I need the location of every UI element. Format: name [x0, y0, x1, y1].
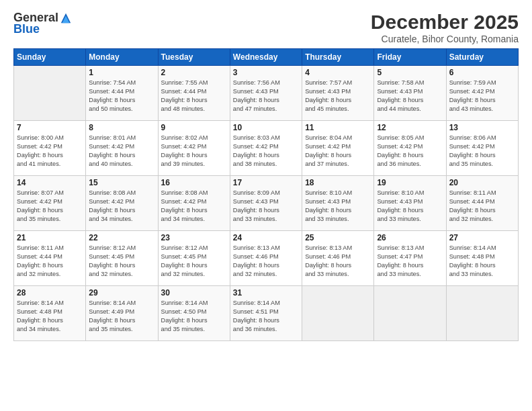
- calendar-day-21: 21Sunrise: 8:11 AMSunset: 4:44 PMDayligh…: [14, 231, 86, 286]
- day-number: 17: [233, 178, 299, 187]
- day-info: Sunrise: 8:08 AMSunset: 4:42 PMDaylight:…: [89, 189, 154, 224]
- day-info: Sunrise: 8:11 AMSunset: 4:44 PMDaylight:…: [17, 244, 83, 279]
- day-number: 7: [17, 123, 83, 132]
- calendar-day-19: 19Sunrise: 8:10 AMSunset: 4:43 PMDayligh…: [374, 176, 446, 231]
- empty-cell: [446, 286, 518, 341]
- day-number: 12: [377, 123, 443, 132]
- day-header-monday: Monday: [86, 49, 158, 66]
- empty-cell: [14, 66, 86, 121]
- day-number: 3: [233, 68, 299, 77]
- day-info: Sunrise: 7:58 AMSunset: 4:43 PMDaylight:…: [377, 79, 443, 113]
- subtitle: Curatele, Bihor County, Romania: [371, 34, 519, 44]
- logo-blue: Blue: [13, 22, 40, 36]
- day-info: Sunrise: 8:13 AMSunset: 4:46 PMDaylight:…: [305, 244, 371, 279]
- day-number: 6: [449, 68, 515, 77]
- day-number: 25: [305, 233, 371, 242]
- day-info: Sunrise: 8:00 AMSunset: 4:42 PMDaylight:…: [17, 134, 83, 169]
- calendar-day-28: 28Sunrise: 8:14 AMSunset: 4:48 PMDayligh…: [14, 286, 86, 341]
- calendar-day-2: 2Sunrise: 7:55 AMSunset: 4:44 PMDaylight…: [158, 66, 230, 121]
- day-number: 2: [161, 68, 227, 77]
- day-info: Sunrise: 8:10 AMSunset: 4:43 PMDaylight:…: [305, 189, 371, 224]
- day-number: 27: [449, 233, 515, 242]
- day-number: 23: [161, 233, 227, 242]
- calendar-week-row: 7Sunrise: 8:00 AMSunset: 4:42 PMDaylight…: [14, 121, 519, 176]
- day-number: 8: [89, 123, 154, 132]
- calendar-day-29: 29Sunrise: 8:14 AMSunset: 4:49 PMDayligh…: [86, 286, 158, 341]
- day-number: 21: [17, 233, 83, 242]
- calendar-day-10: 10Sunrise: 8:03 AMSunset: 4:42 PMDayligh…: [230, 121, 302, 176]
- header: General Blue December 2025 Curatele, Bih…: [13, 11, 519, 44]
- calendar-day-5: 5Sunrise: 7:58 AMSunset: 4:43 PMDaylight…: [374, 66, 446, 121]
- day-number: 20: [449, 178, 515, 187]
- title-block: December 2025 Curatele, Bihor County, Ro…: [371, 11, 519, 44]
- calendar-day-22: 22Sunrise: 8:12 AMSunset: 4:45 PMDayligh…: [86, 231, 158, 286]
- day-info: Sunrise: 8:04 AMSunset: 4:42 PMDaylight:…: [305, 134, 371, 169]
- page: General Blue December 2025 Curatele, Bih…: [0, 0, 532, 411]
- day-info: Sunrise: 7:55 AMSunset: 4:44 PMDaylight:…: [161, 79, 227, 113]
- day-number: 26: [377, 233, 443, 242]
- day-number: 16: [161, 178, 227, 187]
- day-info: Sunrise: 8:13 AMSunset: 4:47 PMDaylight:…: [377, 244, 443, 279]
- day-info: Sunrise: 8:03 AMSunset: 4:42 PMDaylight:…: [233, 134, 299, 169]
- day-number: 4: [305, 68, 371, 77]
- day-number: 31: [233, 288, 299, 298]
- day-info: Sunrise: 8:09 AMSunset: 4:43 PMDaylight:…: [233, 189, 299, 224]
- calendar-day-18: 18Sunrise: 8:10 AMSunset: 4:43 PMDayligh…: [302, 176, 374, 231]
- day-number: 13: [449, 123, 515, 132]
- day-info: Sunrise: 8:12 AMSunset: 4:45 PMDaylight:…: [161, 244, 227, 279]
- day-number: 5: [377, 68, 443, 77]
- calendar-day-20: 20Sunrise: 8:11 AMSunset: 4:44 PMDayligh…: [446, 176, 518, 231]
- calendar-day-14: 14Sunrise: 8:07 AMSunset: 4:42 PMDayligh…: [14, 176, 86, 231]
- calendar-header-row: SundayMondayTuesdayWednesdayThursdayFrid…: [14, 49, 519, 66]
- day-info: Sunrise: 8:11 AMSunset: 4:44 PMDaylight:…: [449, 189, 515, 224]
- calendar-day-7: 7Sunrise: 8:00 AMSunset: 4:42 PMDaylight…: [14, 121, 86, 176]
- calendar-week-row: 14Sunrise: 8:07 AMSunset: 4:42 PMDayligh…: [14, 176, 519, 231]
- day-number: 30: [161, 288, 227, 298]
- day-header-wednesday: Wednesday: [230, 49, 302, 66]
- calendar-day-6: 6Sunrise: 7:59 AMSunset: 4:42 PMDaylight…: [446, 66, 518, 121]
- logo: General Blue: [13, 11, 72, 36]
- day-number: 24: [233, 233, 299, 242]
- day-number: 11: [305, 123, 371, 132]
- day-number: 29: [89, 288, 154, 298]
- calendar-day-15: 15Sunrise: 8:08 AMSunset: 4:42 PMDayligh…: [86, 176, 158, 231]
- calendar-day-13: 13Sunrise: 8:06 AMSunset: 4:42 PMDayligh…: [446, 121, 518, 176]
- calendar-day-31: 31Sunrise: 8:14 AMSunset: 4:51 PMDayligh…: [230, 286, 302, 341]
- logo-icon: [60, 12, 72, 24]
- calendar-day-25: 25Sunrise: 8:13 AMSunset: 4:46 PMDayligh…: [302, 231, 374, 286]
- calendar-table: SundayMondayTuesdayWednesdayThursdayFrid…: [13, 48, 519, 341]
- day-info: Sunrise: 7:57 AMSunset: 4:43 PMDaylight:…: [305, 79, 371, 113]
- calendar-day-4: 4Sunrise: 7:57 AMSunset: 4:43 PMDaylight…: [302, 66, 374, 121]
- main-title: December 2025: [371, 11, 519, 34]
- day-info: Sunrise: 8:14 AMSunset: 4:50 PMDaylight:…: [161, 299, 227, 334]
- day-number: 28: [17, 288, 83, 298]
- day-info: Sunrise: 8:12 AMSunset: 4:45 PMDaylight:…: [89, 244, 154, 279]
- calendar-week-row: 1Sunrise: 7:54 AMSunset: 4:44 PMDaylight…: [14, 66, 519, 121]
- day-number: 15: [89, 178, 154, 187]
- day-header-friday: Friday: [374, 49, 446, 66]
- calendar-week-row: 21Sunrise: 8:11 AMSunset: 4:44 PMDayligh…: [14, 231, 519, 286]
- day-info: Sunrise: 7:56 AMSunset: 4:43 PMDaylight:…: [233, 79, 299, 113]
- day-info: Sunrise: 8:05 AMSunset: 4:42 PMDaylight:…: [377, 134, 443, 169]
- day-number: 14: [17, 178, 83, 187]
- calendar-day-3: 3Sunrise: 7:56 AMSunset: 4:43 PMDaylight…: [230, 66, 302, 121]
- day-info: Sunrise: 8:14 AMSunset: 4:49 PMDaylight:…: [89, 299, 154, 334]
- day-number: 10: [233, 123, 299, 132]
- calendar-day-17: 17Sunrise: 8:09 AMSunset: 4:43 PMDayligh…: [230, 176, 302, 231]
- day-header-saturday: Saturday: [446, 49, 518, 66]
- day-number: 1: [89, 68, 154, 77]
- calendar-day-11: 11Sunrise: 8:04 AMSunset: 4:42 PMDayligh…: [302, 121, 374, 176]
- calendar-day-8: 8Sunrise: 8:01 AMSunset: 4:42 PMDaylight…: [86, 121, 158, 176]
- calendar-day-30: 30Sunrise: 8:14 AMSunset: 4:50 PMDayligh…: [158, 286, 230, 341]
- calendar-day-23: 23Sunrise: 8:12 AMSunset: 4:45 PMDayligh…: [158, 231, 230, 286]
- day-number: 19: [377, 178, 443, 187]
- day-info: Sunrise: 8:14 AMSunset: 4:48 PMDaylight:…: [449, 244, 515, 279]
- calendar-day-16: 16Sunrise: 8:08 AMSunset: 4:42 PMDayligh…: [158, 176, 230, 231]
- calendar-day-1: 1Sunrise: 7:54 AMSunset: 4:44 PMDaylight…: [86, 66, 158, 121]
- day-info: Sunrise: 8:02 AMSunset: 4:42 PMDaylight:…: [161, 134, 227, 169]
- calendar-day-24: 24Sunrise: 8:13 AMSunset: 4:46 PMDayligh…: [230, 231, 302, 286]
- day-info: Sunrise: 8:10 AMSunset: 4:43 PMDaylight:…: [377, 189, 443, 224]
- calendar-day-9: 9Sunrise: 8:02 AMSunset: 4:42 PMDaylight…: [158, 121, 230, 176]
- day-info: Sunrise: 8:14 AMSunset: 4:48 PMDaylight:…: [17, 299, 83, 334]
- day-info: Sunrise: 8:07 AMSunset: 4:42 PMDaylight:…: [17, 189, 83, 224]
